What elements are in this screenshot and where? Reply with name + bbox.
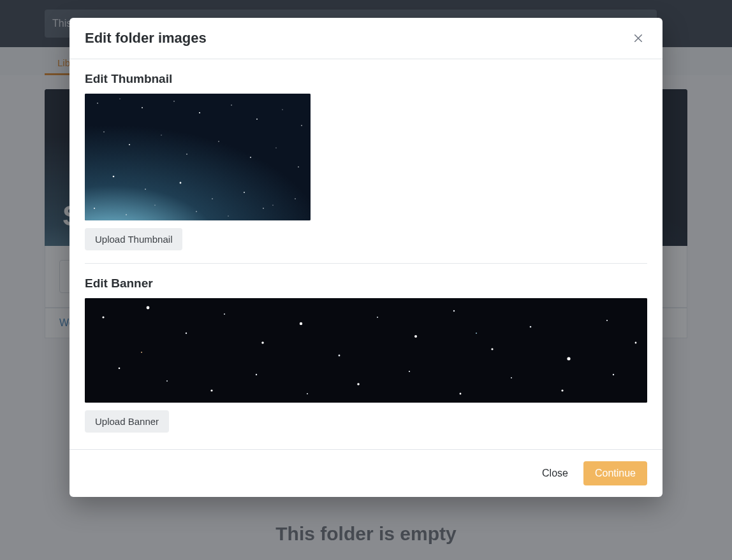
svg-point-57 [460,393,462,395]
svg-point-24 [212,198,212,199]
svg-point-37 [186,333,187,334]
modal-footer: Close Continue [70,449,662,497]
svg-point-40 [300,322,302,325]
svg-point-21 [113,176,115,178]
modal-title: Edit folder images [85,30,207,47]
svg-point-11 [282,109,282,110]
svg-point-28 [126,214,127,215]
svg-point-59 [561,389,563,391]
modal-close-button[interactable] [629,29,647,47]
svg-point-41 [339,355,340,357]
svg-point-20 [298,166,299,168]
svg-point-56 [409,371,410,372]
svg-point-54 [307,393,308,394]
svg-point-32 [263,208,264,209]
svg-point-30 [196,211,196,212]
svg-point-42 [377,317,378,318]
svg-point-15 [161,134,161,135]
svg-point-17 [218,141,219,141]
svg-point-29 [154,205,155,205]
svg-point-5 [119,98,120,99]
continue-button[interactable]: Continue [583,461,647,485]
svg-point-14 [129,144,130,145]
svg-rect-34 [85,298,647,403]
close-icon [633,32,644,44]
svg-point-36 [147,306,150,310]
svg-point-8 [199,112,200,113]
thumbnail-heading: Edit Thumbnail [85,72,647,86]
svg-point-53 [256,374,257,375]
svg-point-6 [142,107,143,108]
svg-point-50 [119,368,121,370]
svg-point-12 [301,125,302,126]
svg-point-51 [166,380,168,382]
svg-point-48 [606,320,608,321]
svg-point-44 [453,310,455,312]
svg-point-49 [635,342,637,344]
svg-point-33 [295,198,295,199]
banner-heading: Edit Banner [85,276,647,291]
thumbnail-preview [85,94,311,220]
edit-folder-images-modal: Edit folder images Edit Thumbnail [70,18,662,497]
svg-point-62 [476,333,477,334]
svg-point-19 [275,147,276,148]
svg-point-60 [613,374,614,375]
close-button[interactable]: Close [542,468,568,479]
svg-point-46 [530,326,532,328]
svg-point-7 [173,101,174,101]
svg-point-35 [102,316,104,318]
svg-point-55 [357,383,360,385]
svg-point-25 [244,192,245,193]
svg-point-39 [261,341,264,344]
svg-point-23 [180,182,182,184]
svg-rect-3 [85,94,311,220]
banner-preview [85,298,647,403]
svg-point-13 [103,131,104,132]
svg-point-26 [272,205,273,205]
svg-point-10 [256,118,258,120]
svg-point-31 [228,215,228,216]
svg-point-18 [250,157,251,158]
svg-point-22 [145,189,146,190]
svg-point-43 [414,335,417,338]
modal-header: Edit folder images [70,18,662,59]
svg-point-16 [186,154,187,155]
modal-body: Edit Thumbnail [70,59,662,449]
svg-point-58 [511,377,512,378]
upload-thumbnail-button[interactable]: Upload Thumbnail [85,228,182,250]
svg-point-38 [224,313,225,315]
svg-point-61 [141,352,142,353]
modal-overlay: Edit folder images Edit Thumbnail [0,0,732,560]
svg-point-47 [567,357,570,360]
section-divider [85,263,647,264]
svg-point-9 [231,104,231,105]
svg-point-45 [491,348,493,350]
svg-point-4 [97,103,98,104]
svg-point-52 [210,389,212,391]
svg-point-27 [94,208,95,209]
upload-banner-button[interactable]: Upload Banner [85,410,169,433]
